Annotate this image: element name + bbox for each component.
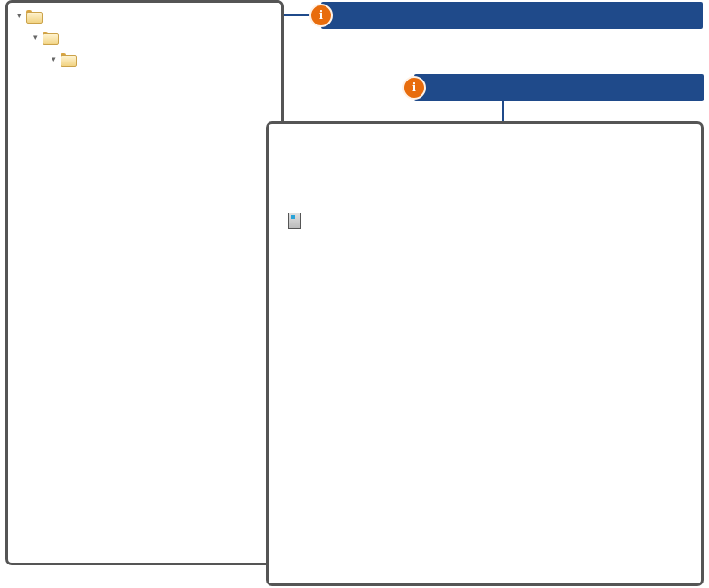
folder-open-icon — [26, 10, 41, 22]
chevron-down-icon[interactable]: ▾ — [30, 32, 41, 43]
chevron-down-icon[interactable]: ▾ — [48, 53, 59, 64]
info-icon: i — [402, 76, 426, 100]
host-header — [288, 213, 681, 229]
vmware-logo — [288, 140, 681, 196]
callout-audit: i — [414, 74, 704, 101]
server-icon — [288, 213, 301, 229]
callout-connector-2 — [502, 101, 504, 123]
folder-open-icon — [43, 32, 57, 43]
tree-item-windows-machine[interactable]: ▾ — [10, 26, 281, 48]
reports-tree-panel: ▾ ▾ ▾ — [5, 0, 284, 565]
callout-infrastructure: i — [321, 2, 703, 29]
chevron-down-icon[interactable]: ▾ — [14, 10, 24, 21]
info-icon: i — [309, 4, 333, 27]
tree-root[interactable]: ▾ — [10, 5, 281, 26]
tree-item-summary[interactable]: ▾ — [10, 48, 281, 70]
folder-open-icon — [61, 53, 75, 65]
callout-connector-1 — [281, 14, 311, 16]
server-details-card — [266, 121, 704, 586]
